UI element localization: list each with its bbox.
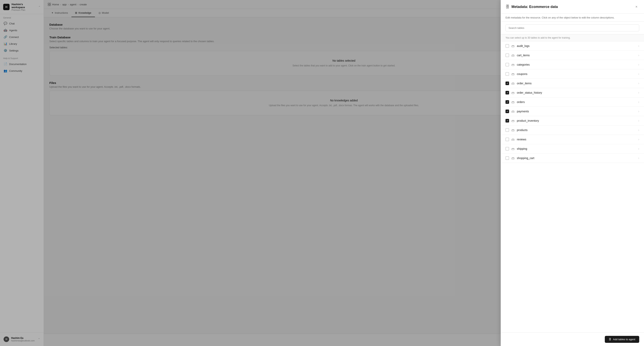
table-db-icon: 🗃: [512, 91, 514, 94]
table-checkbox-audit_logs[interactable]: [506, 44, 509, 48]
table-checkbox-coupons[interactable]: [506, 72, 509, 76]
table-checkbox-shopping_cart[interactable]: [506, 156, 509, 160]
table-name: order_status_history: [517, 91, 636, 94]
modal-footer: 🗄 Add tables to agent: [501, 333, 644, 346]
table-name: orders: [517, 100, 636, 104]
table-row[interactable]: 🗃shipping›: [501, 144, 644, 153]
table-name: categories: [517, 63, 636, 66]
table-db-icon: 🗃: [512, 54, 514, 57]
table-row[interactable]: 🗃cart_items›: [501, 51, 644, 60]
table-row[interactable]: 🗃order_status_history›: [501, 88, 644, 97]
table-row-arrow-icon[interactable]: ›: [638, 100, 639, 104]
table-db-icon: 🗃: [512, 156, 514, 160]
table-checkbox-categories[interactable]: [506, 63, 509, 66]
table-db-icon: 🗃: [512, 110, 514, 113]
table-db-icon: 🗃: [512, 72, 514, 76]
table-row[interactable]: 🗃reviews›: [501, 135, 644, 144]
table-row-arrow-icon[interactable]: ›: [638, 110, 639, 113]
table-db-icon: 🗃: [512, 63, 514, 66]
table-checkbox-products[interactable]: [506, 128, 509, 132]
table-checkbox-order_status_history[interactable]: [506, 91, 509, 94]
table-row-arrow-icon[interactable]: ›: [638, 138, 639, 141]
table-row[interactable]: 🗃categories›: [501, 60, 644, 69]
table-db-icon: 🗃: [512, 119, 514, 122]
add-tables-button[interactable]: 🗄 Add tables to agent: [605, 336, 639, 343]
table-db-icon: 🗃: [512, 44, 514, 48]
table-row-arrow-icon[interactable]: ›: [638, 53, 639, 57]
table-row[interactable]: 🗃payments›: [501, 107, 644, 116]
table-row-arrow-icon[interactable]: ›: [638, 44, 639, 48]
table-row-arrow-icon[interactable]: ›: [638, 156, 639, 160]
table-name: shopping_cart: [517, 156, 636, 160]
table-checkbox-order_items[interactable]: [506, 81, 509, 85]
table-row[interactable]: 🗃coupons›: [501, 69, 644, 79]
table-name: product_inventory: [517, 119, 636, 122]
table-checkbox-cart_items[interactable]: [506, 53, 509, 57]
table-db-icon: 🗃: [512, 100, 514, 104]
modal: 🗄 Metadata: Ecommerce data × Edit metada…: [501, 0, 644, 346]
table-checkbox-shipping[interactable]: [506, 147, 509, 151]
table-row[interactable]: 🗃shopping_cart›: [501, 153, 644, 163]
modal-body: 🗃audit_logs›🗃cart_items›🗃categories›🗃cou…: [501, 41, 644, 333]
table-row-arrow-icon[interactable]: ›: [638, 119, 639, 122]
modal-overlay: 🗄 Metadata: Ecommerce data × Edit metada…: [0, 0, 644, 346]
table-row[interactable]: 🗃audit_logs›: [501, 41, 644, 51]
table-checkbox-reviews[interactable]: [506, 138, 509, 141]
table-checkbox-product_inventory[interactable]: [506, 119, 509, 122]
modal-title: Metadata: Ecommerce data: [512, 5, 558, 9]
table-db-icon: 🗃: [512, 82, 514, 85]
table-name: cart_items: [517, 54, 636, 57]
table-row-arrow-icon[interactable]: ›: [638, 81, 639, 85]
modal-hint: You can select up to 30 tables to add to…: [501, 34, 644, 41]
modal-db-icon: 🗄: [506, 4, 510, 9]
table-name: coupons: [517, 72, 636, 75]
table-row[interactable]: 🗃orders›: [501, 97, 644, 107]
table-row-arrow-icon[interactable]: ›: [638, 91, 639, 94]
table-row-arrow-icon[interactable]: ›: [638, 63, 639, 66]
table-name: order_items: [517, 82, 636, 85]
table-db-icon: 🗃: [512, 147, 514, 151]
table-name: audit_logs: [517, 44, 636, 47]
modal-search-container: [501, 22, 644, 34]
table-db-icon: 🗃: [512, 128, 514, 132]
add-tables-icon: 🗄: [609, 338, 611, 341]
table-row[interactable]: 🗃products›: [501, 125, 644, 135]
table-row-arrow-icon[interactable]: ›: [638, 72, 639, 76]
table-row-arrow-icon[interactable]: ›: [638, 128, 639, 132]
table-name: products: [517, 128, 636, 132]
table-name: reviews: [517, 138, 636, 141]
table-row[interactable]: 🗃order_items›: [501, 79, 644, 88]
table-db-icon: 🗃: [512, 138, 514, 141]
table-row-arrow-icon[interactable]: ›: [638, 147, 639, 151]
table-checkbox-payments[interactable]: [506, 110, 509, 113]
modal-title-row: 🗄 Metadata: Ecommerce data: [506, 4, 558, 9]
table-row[interactable]: 🗃product_inventory›: [501, 116, 644, 125]
modal-subtitle: Edit metadata for the resource. Click on…: [501, 14, 644, 22]
modal-close-button[interactable]: ×: [634, 4, 639, 9]
table-name: shipping: [517, 147, 636, 150]
modal-header: 🗄 Metadata: Ecommerce data ×: [501, 0, 644, 14]
table-checkbox-orders[interactable]: [506, 100, 509, 104]
search-input[interactable]: [506, 24, 639, 31]
table-name: payments: [517, 110, 636, 113]
